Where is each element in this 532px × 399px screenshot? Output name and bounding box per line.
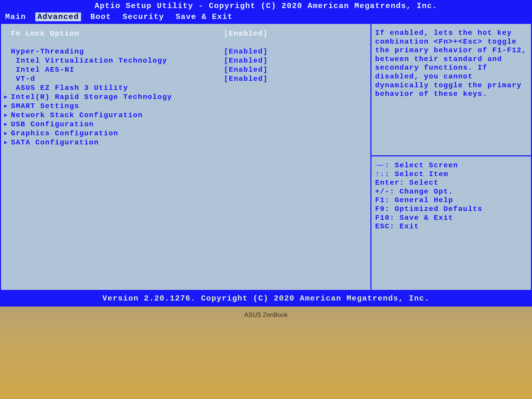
setting-label: SMART Settings (11, 102, 224, 111)
footer-text: Version 2.20.1276. Copyright (C) 2020 Am… (102, 294, 430, 303)
side-panel: If enabled, lets the hot key combination… (371, 24, 532, 291)
submenu-arrow-icon (4, 111, 11, 120)
row-indent (4, 56, 11, 65)
setting-value: [Enabled] (224, 74, 268, 83)
key-help-panel: →←: Select Screen↑↓: Select ItemEnter: S… (371, 156, 531, 290)
setting-label: Network Stack Configuration (11, 111, 224, 120)
setting-row[interactable]: USB Configuration (3, 120, 368, 129)
help-description: If enabled, lets the hot key combination… (371, 24, 531, 156)
row-indent (4, 29, 11, 38)
setting-label: ASUS EZ Flash 3 Utility (11, 83, 224, 92)
setting-row[interactable]: SMART Settings (3, 102, 368, 111)
setting-row[interactable]: Intel AES-NI[Enabled] (3, 65, 368, 74)
setting-row[interactable]: Network Stack Configuration (3, 111, 368, 120)
setting-row[interactable]: Hyper-Threading[Enabled] (3, 47, 368, 56)
setting-label: Intel Virtualization Technology (11, 56, 224, 65)
row-indent (4, 65, 11, 74)
row-spacer (3, 38, 368, 47)
key-help-line: ↑↓: Select Item (375, 170, 527, 179)
row-indent (4, 47, 11, 56)
key-help-line: +/-: Change Opt. (375, 187, 527, 196)
menu-bar: MainAdvancedBootSecuritySave & Exit (0, 12, 532, 23)
laptop-body: ASUS ZenBook (0, 307, 532, 399)
setting-label: Hyper-Threading (11, 47, 224, 56)
key-help-line: F1: General Help (375, 196, 527, 205)
setting-value: [Enabled] (224, 47, 268, 56)
submenu-arrow-icon (4, 120, 11, 129)
key-help-line: Enter: Select (375, 178, 527, 187)
setting-row[interactable]: Graphics Configuration (3, 129, 368, 138)
setting-row[interactable]: ASUS EZ Flash 3 Utility (3, 83, 368, 92)
setting-label: Fn Lock Option (11, 29, 224, 38)
help-text: If enabled, lets the hot key combination… (375, 29, 531, 98)
footer-bar: Version 2.20.1276. Copyright (C) 2020 Am… (0, 292, 532, 307)
submenu-arrow-icon (4, 102, 11, 111)
row-indent (4, 83, 11, 92)
submenu-arrow-icon (4, 129, 11, 138)
main-panel: Fn Lock Option[Enabled]Hyper-Threading[E… (0, 24, 371, 291)
menu-tab-boot[interactable]: Boot (88, 12, 113, 21)
key-help-line: ESC: Exit (375, 222, 527, 231)
menu-tab-security[interactable]: Security (121, 12, 166, 21)
setting-value: [Enabled] (224, 56, 268, 65)
menu-tab-advanced[interactable]: Advanced (35, 12, 81, 21)
submenu-arrow-icon (4, 92, 11, 102)
setting-label: Intel AES-NI (11, 65, 224, 74)
setting-row[interactable]: Intel Virtualization Technology[Enabled] (3, 56, 368, 65)
setting-row[interactable]: SATA Configuration (3, 138, 368, 147)
key-help-line: F10: Save & Exit (375, 214, 527, 222)
setting-label: USB Configuration (11, 120, 224, 129)
setting-row[interactable]: Intel(R) Rapid Storage Technology (3, 92, 368, 102)
bios-screen: Aptio Setup Utility - Copyright (C) 2020… (0, 0, 532, 307)
setting-label: Graphics Configuration (11, 129, 224, 138)
key-help-line: →←: Select Screen (375, 161, 527, 170)
setting-label: Intel(R) Rapid Storage Technology (11, 92, 224, 102)
submenu-arrow-icon (4, 138, 11, 147)
key-help-line: F9: Optimized Defaults (375, 205, 527, 214)
setting-label: SATA Configuration (11, 138, 224, 147)
menu-tab-save-exit[interactable]: Save & Exit (174, 12, 235, 21)
title-bar: Aptio Setup Utility - Copyright (C) 2020… (0, 0, 532, 12)
row-indent (4, 74, 11, 83)
setting-row[interactable]: Fn Lock Option[Enabled] (3, 29, 368, 38)
setting-row[interactable]: VT-d[Enabled] (3, 74, 368, 83)
body-area: Fn Lock Option[Enabled]Hyper-Threading[E… (0, 23, 532, 292)
setting-label: VT-d (11, 74, 224, 83)
laptop-brand-label: ASUS ZenBook (0, 307, 532, 318)
title-text: Aptio Setup Utility - Copyright (C) 2020… (95, 2, 437, 10)
menu-tab-main[interactable]: Main (3, 12, 28, 21)
setting-value: [Enabled] (224, 29, 268, 38)
setting-value: [Enabled] (224, 65, 268, 74)
